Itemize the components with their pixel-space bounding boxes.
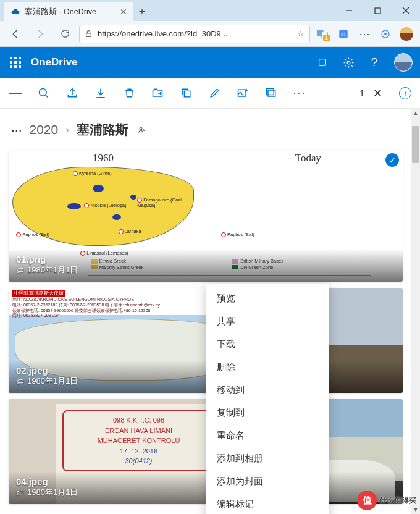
watermark-logo: 值 — [357, 491, 377, 510]
map-city-label: Paphos (Baf) — [16, 232, 49, 237]
svg-line-14 — [46, 95, 48, 97]
set-cover-icon[interactable] — [264, 86, 278, 100]
map-year-left: 1960 — [93, 152, 114, 164]
url-input[interactable]: https://onedrive.live.com/?id=30D9... ☆ — [79, 25, 310, 43]
breadcrumb-parent[interactable]: 2020 — [30, 122, 59, 137]
overflow-icon[interactable]: ··· — [293, 86, 306, 100]
tab-close-icon[interactable]: ✕ — [120, 7, 127, 17]
content-area: ··· 2020 › 塞浦路斯 1960 Kyrelina (Girne)Nic… — [0, 109, 420, 514]
context-menu-item[interactable]: 删除 — [206, 356, 329, 379]
window-close-button[interactable] — [392, 0, 420, 21]
clear-selection-icon[interactable]: ✕ — [371, 86, 384, 100]
window-minimize-button[interactable] — [335, 0, 363, 21]
tag-icon: 🏷 — [16, 377, 24, 386]
rename-icon[interactable] — [208, 86, 221, 100]
context-menu-item[interactable]: 共享 — [206, 310, 329, 333]
user-avatar[interactable] — [394, 53, 413, 72]
favorite-icon[interactable]: ☆ — [297, 29, 304, 38]
details-pane-icon[interactable]: i — [399, 87, 411, 99]
extension-icon-2[interactable]: G — [335, 25, 352, 43]
map-year-right: Today — [295, 152, 321, 164]
browser-tab[interactable]: 塞浦路斯 - OneDrive ✕ — [4, 2, 133, 21]
search-icon[interactable] — [37, 86, 51, 100]
translate-extension-icon[interactable]: 1 — [314, 25, 331, 43]
svg-rect-4 — [86, 33, 91, 36]
map-city-label: Larnaka — [119, 229, 141, 234]
new-tab-button[interactable]: + — [133, 2, 151, 21]
map-city-label: Nicosie (Lefkoşa) — [84, 203, 126, 208]
svg-point-12 — [347, 61, 350, 64]
svg-point-19 — [140, 127, 142, 130]
context-menu-item[interactable]: 添加为封面 — [206, 470, 329, 493]
browser-menu-icon[interactable]: ⋯ — [356, 25, 373, 43]
context-menu-item[interactable]: 复制到 — [206, 402, 329, 424]
app-header: OneDrive ? — [0, 47, 420, 78]
profile-avatar[interactable] — [398, 25, 415, 43]
url-text: https://onedrive.live.com/?id=30D9... — [98, 29, 292, 38]
command-bar: ··· 1 ✕ i — [0, 78, 420, 109]
tab-title: 塞浦路斯 - OneDrive — [25, 7, 96, 17]
context-menu: 预览共享下载删除移动到复制到重命名添加到相册添加为封面编辑标记嵌入版本历史记录详… — [206, 284, 329, 514]
menu-toggle-button[interactable] — [9, 86, 22, 100]
nav-back-button[interactable] — [5, 25, 26, 43]
copy-icon[interactable] — [179, 86, 193, 100]
help-icon[interactable]: ? — [368, 56, 380, 69]
window-maximize-button[interactable] — [363, 0, 392, 21]
chevron-right-icon: › — [65, 124, 69, 136]
watermark: 值 什么值得买 — [357, 491, 416, 510]
app-launcher-button[interactable] — [0, 47, 31, 78]
window-controls — [335, 0, 420, 21]
address-bar: https://onedrive.live.com/?id=30D9... ☆ … — [0, 21, 420, 47]
scroll-up-icon[interactable]: ▲ — [411, 109, 420, 117]
delete-icon[interactable] — [122, 86, 136, 100]
scrollbar-thumb[interactable] — [412, 126, 419, 163]
nav-refresh-button[interactable] — [54, 25, 75, 43]
titlebar: 塞浦路斯 - OneDrive ✕ + — [0, 0, 420, 21]
svg-point-10 — [384, 33, 387, 35]
lock-icon — [85, 30, 93, 38]
file-date: 🏷1980年1月1日 — [16, 264, 395, 276]
context-menu-item[interactable]: 预览 — [206, 287, 329, 310]
file-name: 01.png — [16, 254, 395, 264]
selection-count: 1 — [359, 88, 364, 98]
tag-icon: 🏷 — [16, 488, 24, 497]
vertical-scrollbar[interactable]: ▲ ▼ — [411, 109, 420, 514]
settings-gear-icon[interactable] — [342, 56, 355, 69]
selected-checkmark-icon[interactable]: ✓ — [385, 153, 399, 167]
context-menu-item[interactable]: 下载 — [206, 333, 329, 356]
svg-point-13 — [40, 88, 47, 96]
tag-icon: 🏷 — [16, 266, 24, 275]
download-icon[interactable] — [94, 86, 107, 100]
move-icon[interactable] — [151, 86, 164, 100]
premium-icon[interactable] — [316, 56, 329, 69]
context-menu-item[interactable]: 移动到 — [206, 379, 329, 402]
nav-forward-button[interactable] — [30, 25, 51, 43]
svg-text:G: G — [341, 30, 346, 37]
extension-badge: 1 — [323, 35, 330, 41]
watermark-text: 什么值得买 — [379, 495, 416, 506]
map-city-label: Kyrelina (Girne) — [73, 171, 112, 176]
breadcrumb: ··· 2020 › 塞浦路斯 — [9, 111, 411, 150]
svg-rect-1 — [375, 8, 380, 14]
svg-rect-15 — [184, 91, 190, 97]
context-menu-item[interactable]: 添加到相册 — [206, 447, 329, 470]
add-to-album-icon[interactable] — [236, 86, 250, 100]
browser-chrome: 塞浦路斯 - OneDrive ✕ + https://onedrive.liv… — [0, 0, 420, 47]
file-tile[interactable]: 1960 Kyrelina (Girne)Nicosie (Lefkoşa)Fa… — [9, 150, 403, 282]
breadcrumb-overflow[interactable]: ··· — [11, 122, 22, 137]
app-title[interactable]: OneDrive — [31, 56, 78, 69]
share-icon[interactable] — [65, 86, 79, 100]
map-city-label: Famagouste (Gazi Mağusa) — [137, 197, 198, 208]
breadcrumb-current: 塞浦路斯 — [77, 121, 128, 138]
svg-rect-11 — [319, 59, 326, 66]
svg-point-20 — [143, 129, 145, 131]
extension-icon-3[interactable] — [377, 25, 394, 43]
folder-shared-icon[interactable] — [137, 125, 147, 135]
context-menu-item[interactable]: 编辑标记 — [206, 493, 329, 514]
context-menu-item[interactable]: 重命名 — [206, 424, 329, 447]
map-city-label: Paphos (Baf) — [221, 232, 254, 237]
onedrive-favicon-icon — [11, 7, 20, 16]
waffle-icon — [10, 57, 21, 68]
